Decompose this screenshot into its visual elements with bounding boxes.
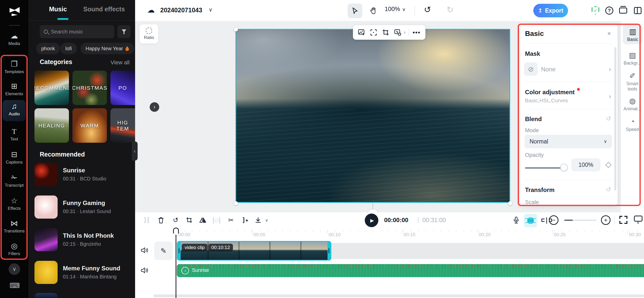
chevron-down-icon[interactable]: ∨ bbox=[403, 30, 406, 35]
project-title[interactable]: 202402071043 bbox=[160, 7, 202, 14]
canvas-zoom-dropdown[interactable]: 100%∨ bbox=[385, 6, 406, 13]
color-adjustment-chevron-icon[interactable]: › bbox=[609, 92, 611, 100]
blend-reset-icon[interactable]: ↻ bbox=[606, 115, 611, 122]
timeline-zoom-in-button[interactable]: + bbox=[601, 215, 611, 225]
smart-split-button[interactable]: ]✦ bbox=[239, 214, 251, 226]
assets-button[interactable] bbox=[618, 5, 629, 16]
search-input[interactable] bbox=[51, 29, 109, 35]
timeline-horizontal-scrollbar[interactable] bbox=[153, 294, 644, 297]
category-card-pop[interactable]: PO bbox=[110, 71, 135, 105]
mask-chevron-right-icon[interactable]: › bbox=[609, 65, 611, 73]
delete-button[interactable] bbox=[155, 214, 167, 226]
opacity-slider-track[interactable] bbox=[525, 167, 563, 169]
chip-phonk[interactable]: phonk bbox=[36, 43, 60, 54]
sidebar-item-transcript[interactable]: ✁ Transcript bbox=[0, 173, 28, 188]
magnetic-snap-toggle[interactable] bbox=[524, 214, 537, 227]
sidebar-item-captions[interactable]: ⊟ Captions bbox=[0, 150, 28, 165]
timeline-zoom-slider[interactable] bbox=[564, 220, 596, 221]
redo-button[interactable]: ↻ bbox=[447, 5, 454, 15]
project-caret-icon[interactable]: ∨ bbox=[209, 7, 213, 13]
timeline-video-clip[interactable]: video clip 00:10:12 bbox=[177, 241, 331, 261]
category-card-warm[interactable]: WARM bbox=[72, 108, 107, 143]
sidebar-item-templates[interactable]: ❐ Templates bbox=[0, 60, 28, 74]
category-card-christmas[interactable]: CHRISTMAS bbox=[72, 71, 107, 105]
music-track-meme-funny-sound[interactable]: Meme Funny Sound 01:14 · Manhoa Bintang bbox=[34, 261, 130, 285]
video-preview-canvas[interactable] bbox=[236, 30, 509, 202]
keyboard-shortcuts-icon[interactable]: ⌨ bbox=[10, 281, 20, 290]
tab-speed[interactable]: ◔ Speed bbox=[621, 117, 644, 132]
category-card-recommend[interactable]: RECOMMEND bbox=[34, 71, 69, 105]
layout-button[interactable] bbox=[632, 5, 643, 16]
chip-lofi[interactable]: lofi bbox=[60, 43, 77, 54]
clip-trim-handle-left[interactable] bbox=[178, 242, 181, 260]
playhead-line[interactable] bbox=[176, 228, 176, 298]
sidebar-item-audio[interactable]: ♫ Audio bbox=[3, 100, 26, 121]
partial-track-thumbnail[interactable] bbox=[34, 293, 58, 298]
sidebar-item-transitions[interactable]: ⋈ Transitions bbox=[0, 219, 28, 234]
inspector-scrollbar[interactable] bbox=[614, 47, 616, 190]
crop-button[interactable] bbox=[183, 214, 195, 226]
reverse-button[interactable]: ↻ bbox=[170, 214, 181, 226]
chip-happy-new-year[interactable]: Happy New Year bbox=[80, 43, 134, 54]
center-split-button[interactable]: |◌| bbox=[211, 214, 222, 226]
timeline-ruler[interactable]: 00:00 00:05 00:10 00:15 00:20 00:25 00:3… bbox=[135, 228, 644, 241]
more-options-button[interactable]: ••• bbox=[412, 27, 422, 37]
music-track-sunrise[interactable]: Sunrise 00:31 · BCD Studio bbox=[34, 163, 130, 187]
blend-mode-dropdown[interactable]: Normal ∨ bbox=[525, 135, 612, 148]
transcript-trim-button[interactable]: ✂ bbox=[225, 214, 237, 226]
sidebar-item-elements[interactable]: ⊞ Elements bbox=[0, 82, 28, 96]
add-media-button[interactable] bbox=[356, 27, 367, 37]
preview-display-icon[interactable] bbox=[634, 216, 642, 222]
safety-shield-button[interactable]: ✓ bbox=[590, 5, 601, 16]
tab-sound-effects[interactable]: Sound effects bbox=[83, 6, 125, 13]
opacity-slider-thumb[interactable] bbox=[560, 164, 568, 171]
export-button[interactable]: ↥ Export bbox=[533, 4, 568, 17]
categories-next-button[interactable]: › bbox=[150, 102, 159, 112]
transform-reset-icon[interactable]: ↻ bbox=[606, 186, 611, 193]
ratio-button[interactable]: Ratio bbox=[140, 24, 158, 43]
split-button[interactable]: ][ bbox=[141, 214, 152, 226]
audio-track-mute-icon[interactable] bbox=[141, 267, 148, 275]
tab-basic[interactable]: ▥ Basic bbox=[623, 25, 642, 44]
hand-tool-button[interactable] bbox=[366, 4, 381, 18]
color-adjustment-label[interactable]: Color adjustment bbox=[525, 88, 580, 96]
sidebar-item-effects[interactable]: ☆ Effects bbox=[0, 196, 28, 211]
timeline-play-button[interactable]: ▶ bbox=[365, 214, 378, 227]
select-tool-button[interactable] bbox=[348, 4, 362, 18]
selection-handle-bottom-right[interactable] bbox=[508, 201, 512, 205]
selection-handle-bottom-left[interactable] bbox=[234, 201, 238, 205]
sidebar-item-text[interactable]: T Text bbox=[0, 127, 28, 142]
mirror-button[interactable] bbox=[197, 214, 209, 226]
category-card-healing[interactable]: HEALING bbox=[34, 108, 69, 143]
selection-handle-top-left[interactable] bbox=[234, 27, 238, 31]
close-icon[interactable]: × bbox=[607, 30, 611, 37]
tab-background[interactable]: ▨ Backgr... bbox=[621, 51, 644, 66]
music-track-this-is-not-phonk[interactable]: This Is Not Phonk 02:15 · Bgnzinho bbox=[34, 228, 130, 252]
voiceover-button[interactable] bbox=[510, 214, 522, 226]
video-track-mute-icon[interactable] bbox=[141, 247, 148, 255]
help-button[interactable]: ? bbox=[604, 5, 615, 16]
filter-button[interactable] bbox=[117, 25, 131, 38]
panel-collapse-handle[interactable]: ‹ bbox=[132, 141, 138, 161]
opacity-value-box[interactable]: 100% bbox=[571, 158, 600, 171]
timeline-audio-clip[interactable]: ♪ Sunrise bbox=[177, 264, 644, 277]
category-card-high-temp[interactable]: HIG TEM bbox=[110, 108, 135, 143]
rail-more-button[interactable]: ∨ bbox=[9, 263, 20, 275]
edit-cover-button[interactable]: ✎ bbox=[154, 241, 173, 260]
crop-button[interactable] bbox=[381, 27, 391, 37]
timeline-zoom-out-button[interactable]: − bbox=[549, 215, 558, 225]
keyframe-diamond-icon[interactable] bbox=[605, 162, 611, 168]
fullscreen-icon[interactable] bbox=[619, 216, 627, 224]
sidebar-item-filters[interactable]: ◎ Filters bbox=[0, 242, 28, 256]
tab-smart-tools[interactable]: ✐ Smart tools bbox=[621, 72, 644, 92]
tab-music[interactable]: Music bbox=[49, 6, 67, 13]
picture-in-picture-button[interactable] bbox=[393, 27, 403, 37]
fit-frame-button[interactable] bbox=[369, 27, 379, 37]
download-chevron-icon[interactable]: ∨ bbox=[261, 214, 272, 226]
view-all-link[interactable]: View all bbox=[111, 59, 130, 66]
music-track-funny-gaming[interactable]: Funny Gaming 00:31 · Lestari Sound bbox=[34, 195, 130, 220]
undo-button[interactable]: ↻ bbox=[424, 5, 431, 15]
sidebar-item-media[interactable]: ☁ Media bbox=[0, 32, 28, 46]
mask-none-tile[interactable]: ⊘ bbox=[524, 62, 538, 76]
tab-animation[interactable]: ◍ Animat... bbox=[621, 97, 644, 112]
